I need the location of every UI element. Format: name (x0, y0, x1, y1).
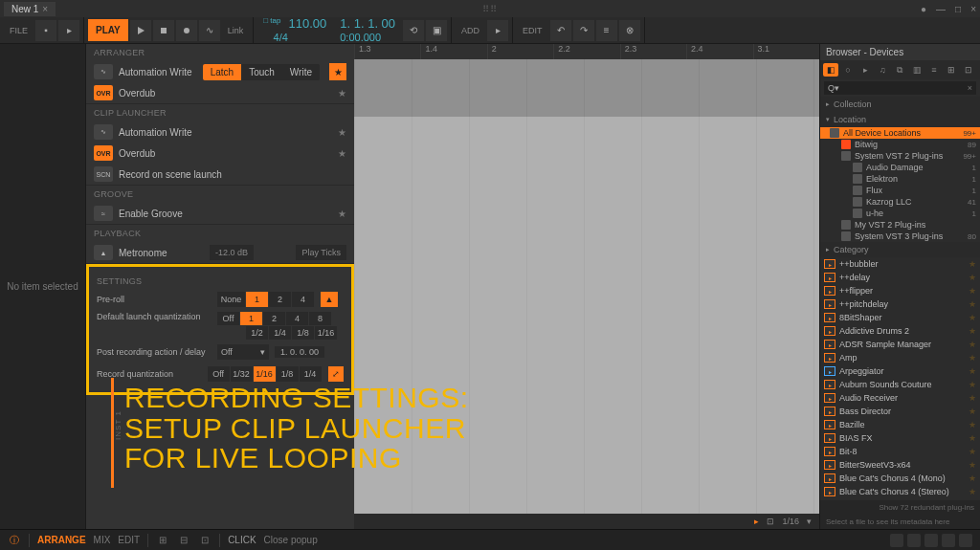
device-list-item[interactable]: ++delay★ (820, 271, 980, 284)
dlq-8[interactable]: 8 (309, 312, 332, 325)
maximize-icon[interactable]: □ (955, 4, 961, 14)
panel-icon-1[interactable]: ⊞ (156, 534, 169, 547)
write-button[interactable]: Write (282, 64, 320, 80)
sb-icon-3[interactable] (924, 534, 938, 547)
timesig-value[interactable]: 4/4 (274, 32, 288, 43)
recq-4[interactable]: 1/4 (300, 366, 323, 382)
tree-item[interactable]: Elektron1 (820, 173, 980, 185)
view-mix[interactable]: MIX (94, 535, 111, 545)
play-icon[interactable] (130, 20, 151, 41)
footer-icon[interactable]: ⊡ (767, 517, 774, 526)
tree-item[interactable]: Audio Damage1 (820, 162, 980, 173)
browser-tab-9[interactable]: ⊡ (961, 63, 976, 77)
autowrite-icon[interactable]: ∿ (199, 20, 220, 41)
dlq-quarter[interactable]: 1/4 (269, 326, 292, 340)
autowrite-star[interactable]: ★ (329, 63, 346, 80)
time-value[interactable]: 0:00.000 (340, 32, 395, 43)
add-menu[interactable]: ADD (456, 26, 485, 35)
browser-tab-7[interactable]: ≡ (926, 63, 942, 77)
browser-tab-2[interactable]: ○ (840, 63, 856, 77)
browser-tab-devices[interactable]: ◧ (823, 63, 838, 77)
redo-icon[interactable]: ↷ (573, 20, 594, 41)
tree-item[interactable]: Kazrog LLC41 (820, 196, 980, 208)
star-icon[interactable]: ★ (338, 88, 346, 99)
dlq-eighth[interactable]: 1/8 (292, 326, 315, 340)
clear-search-icon[interactable]: × (968, 83, 972, 93)
recq-8[interactable]: 1/8 (277, 366, 300, 382)
browser-tab-6[interactable]: ▥ (909, 63, 924, 77)
view-edit[interactable]: EDIT (118, 535, 140, 545)
view-arrange[interactable]: ARRANGE (37, 535, 86, 545)
sb-icon-4[interactable] (942, 534, 955, 547)
collection-section[interactable]: Collection (820, 97, 980, 112)
export-icon[interactable]: ▸ (58, 20, 79, 41)
device-list-item[interactable]: Bass Director★ (820, 405, 980, 418)
tree-item[interactable]: u-he1 (820, 208, 980, 219)
project-tab[interactable]: New 1 × (4, 2, 56, 16)
star-icon[interactable]: ★ (338, 148, 346, 159)
device-list-item[interactable]: Amp★ (820, 351, 980, 364)
sb-icon-5[interactable] (959, 534, 972, 547)
preroll-4[interactable]: 4 (292, 292, 315, 307)
enable-groove-row[interactable]: ≈ Enable Groove ★ (86, 203, 354, 224)
browser-tab-8[interactable]: ⊞ (944, 63, 959, 77)
minimize-icon[interactable]: — (936, 4, 946, 14)
undo-icon[interactable]: ↶ (550, 20, 571, 41)
play-ticks-button[interactable]: Play Ticks (296, 245, 346, 260)
device-list-item[interactable]: Arpeggiator★ (820, 364, 980, 378)
position-value[interactable]: 1. 1. 1. 00 (340, 17, 395, 31)
close-tab-icon[interactable]: × (42, 4, 48, 14)
touch-button[interactable]: Touch (241, 64, 282, 80)
timeline-ruler[interactable]: 1.3 1.4 2 2.2 2.3 2.4 3.1 (354, 44, 819, 59)
scene-record-row[interactable]: SCN Record on scene launch (86, 164, 354, 185)
tree-item[interactable]: Bitwig89 (820, 139, 980, 150)
play-menu[interactable]: PLAY (88, 19, 128, 41)
device-list-item[interactable]: Bit-8★ (820, 445, 980, 458)
device-list-item[interactable]: ++flipper★ (820, 284, 980, 297)
edit-menu[interactable]: EDIT (517, 26, 548, 35)
link-button[interactable]: Link (222, 26, 250, 35)
redundant-link[interactable]: Show 72 redundant plug-ins (820, 500, 980, 515)
dlq-sixteenth[interactable]: 1/16 (315, 326, 338, 340)
category-section[interactable]: Category (820, 242, 980, 257)
dlq-2[interactable]: 2 (263, 312, 286, 325)
latch-button[interactable]: Latch (203, 64, 241, 80)
dashboard-icon[interactable]: ⓘ (8, 534, 21, 547)
save-icon[interactable]: ▪ (35, 20, 56, 41)
transport-display[interactable]: □ tap110.00 4/4 (257, 17, 332, 42)
recq-length-icon[interactable]: ⤢ (328, 366, 344, 382)
clip-autowrite-row[interactable]: ∿ Automation Write ★ (86, 121, 354, 143)
tree-item[interactable]: Flux1 (820, 185, 980, 196)
device-list-item[interactable]: Addictive Drums 2★ (820, 324, 980, 338)
browser-search[interactable]: Q▾ × (824, 81, 976, 95)
settings-icon[interactable]: ⊗ (619, 20, 640, 41)
device-list-item[interactable]: ++pitchdelay★ (820, 297, 980, 311)
preroll-2[interactable]: 2 (269, 292, 292, 307)
history-icon[interactable]: ≡ (596, 20, 617, 41)
device-list-item[interactable]: Blue Cat's Chorus 4 (Mono)★ (820, 472, 980, 485)
dlq-4[interactable]: 4 (286, 312, 309, 325)
device-list-item[interactable]: Auburn Sounds Couture★ (820, 378, 980, 391)
browser-tab-5[interactable]: ⧉ (892, 63, 907, 77)
preroll-1[interactable]: 1 (246, 292, 269, 307)
zoom-dropdown-icon[interactable]: ▾ (807, 517, 812, 526)
dlq-off[interactable]: Off (217, 312, 240, 325)
star-icon[interactable]: ★ (338, 209, 346, 219)
device-list-item[interactable]: Blue Cat's Chorus 4 (Stereo)★ (820, 485, 980, 498)
tree-item[interactable]: System VST 3 Plug-ins80 (820, 231, 980, 242)
dlq-half[interactable]: 1/2 (246, 326, 269, 340)
clip-overdub-row[interactable]: OVR Overdub ★ (86, 143, 354, 164)
panel-icon-3[interactable]: ⊡ (198, 534, 212, 547)
stop-icon[interactable] (153, 20, 174, 41)
device-list-item[interactable]: ++bubbler★ (820, 257, 980, 271)
post-action-dropdown[interactable]: Off▾ (217, 344, 269, 360)
post-delay-value[interactable]: 1. 0. 0. 00 (275, 346, 324, 358)
dot-icon[interactable]: ● (921, 4, 926, 14)
metronome-row[interactable]: ▲ Metronome -12.0 dB Play Ticks (86, 242, 354, 263)
sb-icon-2[interactable] (907, 534, 921, 547)
tree-item[interactable]: System VST 2 Plug-ins99+ (820, 150, 980, 162)
recq-32[interactable]: 1/32 (231, 366, 254, 382)
tree-item[interactable]: My VST 2 Plug-ins (820, 219, 980, 231)
punch-icon[interactable]: ▣ (426, 20, 447, 41)
browser-tab-3[interactable]: ▸ (858, 63, 873, 77)
